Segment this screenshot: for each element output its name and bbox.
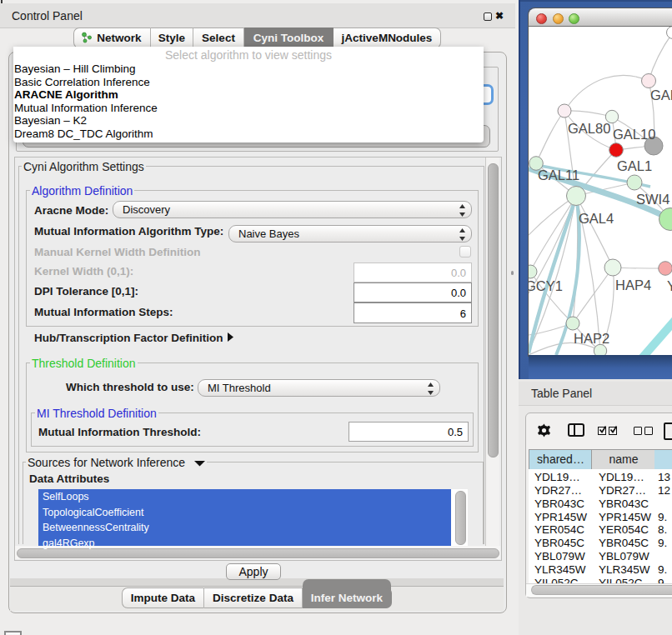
svg-text:GCY1: GCY1	[529, 278, 563, 293]
svg-text:HAP4: HAP4	[615, 278, 651, 292]
svg-text:GAL10: GAL10	[613, 127, 655, 142]
svg-text:GAL7: GAL7	[650, 88, 672, 102]
svg-text:GAL80: GAL80	[568, 121, 610, 136]
svg-text:HAP2: HAP2	[574, 331, 609, 346]
svg-text:GAL11: GAL11	[538, 168, 579, 182]
svg-text:GAL4: GAL4	[579, 211, 614, 226]
svg-text:SWI4: SWI4	[636, 192, 669, 207]
svg-text:Y: Y	[667, 278, 672, 293]
svg-text:GAL1: GAL1	[617, 158, 652, 173]
